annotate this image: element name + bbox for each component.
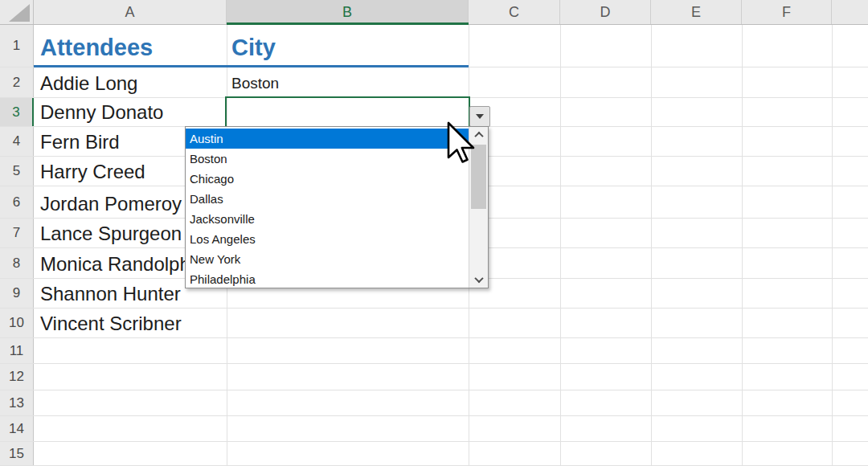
- scroll-down-button[interactable]: [469, 272, 488, 288]
- dropdown-item-dallas[interactable]: Dallas: [186, 189, 469, 209]
- dropdown-item-boston[interactable]: Boston: [186, 149, 469, 169]
- cell-a15[interactable]: [34, 442, 227, 465]
- column-header-f[interactable]: F: [742, 0, 832, 24]
- cell-a1[interactable]: Attendees: [34, 25, 227, 67]
- mouse-cursor-icon: [447, 121, 476, 165]
- row-header-10[interactable]: 10: [0, 309, 34, 337]
- row-header-1[interactable]: 1: [0, 25, 34, 67]
- row-header-15[interactable]: 15: [0, 442, 34, 465]
- column-header-a[interactable]: A: [34, 0, 227, 24]
- cell-a14[interactable]: [34, 416, 227, 441]
- row-10: 10 Vincent Scribner: [0, 309, 868, 338]
- row-11: 11: [0, 338, 868, 364]
- select-all-button[interactable]: [0, 0, 34, 24]
- cell-b14[interactable]: [227, 416, 469, 441]
- row-13: 13: [0, 390, 868, 416]
- row-header-13[interactable]: 13: [0, 390, 34, 415]
- cell-a10[interactable]: Vincent Scribner: [34, 309, 227, 337]
- row-2: 2 Addie Long Boston: [0, 67, 868, 98]
- column-header-c[interactable]: C: [469, 0, 560, 24]
- cell-b15[interactable]: [227, 442, 469, 465]
- cell-a3[interactable]: Denny Donato: [34, 98, 227, 126]
- row-1: 1 Attendees City: [0, 25, 868, 67]
- dropdown-item-philadelphia[interactable]: Philadelphia: [186, 269, 469, 288]
- dropdown-item-jacksonville[interactable]: Jacksonville: [186, 209, 469, 229]
- row-header-14[interactable]: 14: [0, 416, 34, 441]
- dropdown-item-new-york[interactable]: New York: [186, 249, 469, 269]
- cell-b1[interactable]: City: [227, 25, 469, 67]
- heading-underline: [34, 65, 469, 67]
- dropdown-item-chicago[interactable]: Chicago: [186, 169, 469, 189]
- selected-column-underline: [227, 22, 469, 25]
- row-header-11[interactable]: 11: [0, 338, 34, 363]
- row-header-3[interactable]: 3: [0, 98, 34, 126]
- row-12: 12: [0, 364, 868, 390]
- dropdown-item-austin[interactable]: Austin: [186, 129, 469, 149]
- column-header-e[interactable]: E: [651, 0, 742, 24]
- dropdown-item-los-angeles[interactable]: Los Angeles: [186, 229, 469, 249]
- dropdown-arrow-icon: [476, 114, 484, 119]
- cell-a13[interactable]: [34, 390, 227, 415]
- row-14: 14: [0, 416, 868, 442]
- cell-b13[interactable]: [227, 390, 469, 415]
- dropdown-list: Austin Boston Chicago Dallas Jacksonvill…: [186, 127, 469, 288]
- column-header-b[interactable]: B: [227, 0, 469, 24]
- row-header-12[interactable]: 12: [0, 364, 34, 390]
- cell-a12[interactable]: [34, 364, 227, 390]
- cell-b2[interactable]: Boston: [227, 67, 469, 97]
- row-header-4[interactable]: 4: [0, 127, 34, 156]
- spreadsheet-grid: A B C D E F 1 Attendees City 2 Addie Lon…: [0, 0, 868, 466]
- row-header-8[interactable]: 8: [0, 248, 34, 278]
- cell-a2[interactable]: Addie Long: [34, 67, 227, 97]
- column-header-d[interactable]: D: [560, 0, 651, 24]
- column-header-partial[interactable]: [832, 0, 868, 24]
- data-validation-dropdown: Austin Boston Chicago Dallas Jacksonvill…: [185, 126, 489, 288]
- row-15: 15: [0, 442, 868, 466]
- row-header-5[interactable]: 5: [0, 157, 34, 186]
- row-header-2[interactable]: 2: [0, 67, 34, 97]
- row-header-6[interactable]: 6: [0, 186, 34, 218]
- chevron-down-icon: [474, 274, 483, 283]
- cell-b10[interactable]: [227, 309, 469, 337]
- column-header-bar: A B C D E F: [0, 0, 868, 25]
- row-header-9[interactable]: 9: [0, 279, 34, 308]
- active-cell-border: [225, 96, 470, 128]
- cell-a11[interactable]: [34, 338, 227, 363]
- select-all-triangle-icon: [9, 4, 30, 22]
- row-header-7[interactable]: 7: [0, 219, 34, 247]
- cell-b11[interactable]: [227, 338, 469, 363]
- cell-b12[interactable]: [227, 364, 469, 390]
